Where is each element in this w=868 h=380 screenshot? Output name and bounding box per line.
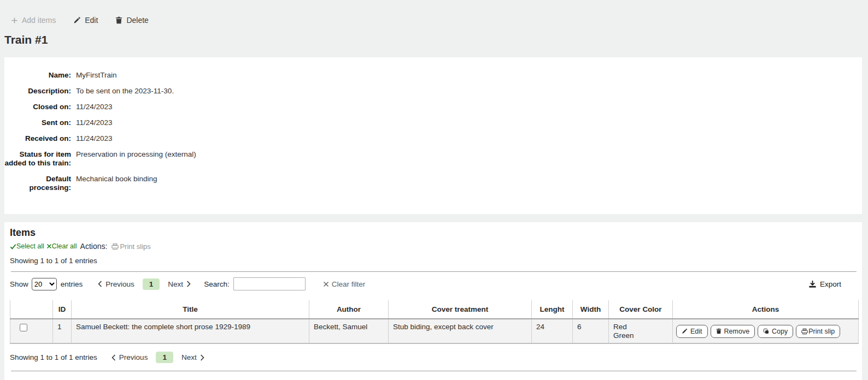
clear-filter-label: Clear filter (332, 280, 366, 288)
select-all-label: Select all (16, 242, 44, 250)
field-label: Received on: (4, 134, 71, 143)
search-input[interactable] (233, 277, 306, 290)
field-value: 11/24/2023 (76, 118, 113, 127)
chevron-left-icon (112, 354, 116, 361)
bottom-pager-row: Showing 1 to 1 of 1 entries Previous 1 N… (10, 352, 858, 363)
field-value: 11/24/2023 (76, 134, 113, 143)
bottom-divider (11, 371, 857, 371)
page-title: Train #1 (4, 33, 868, 46)
showing-entries-bottom: Showing 1 to 1 of 1 entries (10, 353, 97, 361)
actions-label: Actions: (80, 242, 108, 251)
clear-filter-button[interactable]: Clear filter (323, 280, 366, 288)
field-status-for-item: Status for item added to this train: Pre… (4, 150, 862, 168)
cell-title: Samuel Beckett: the complete short prose… (72, 319, 309, 343)
cell-lenght: 24 (532, 319, 573, 343)
show-label: Show (10, 280, 28, 288)
page-number-button[interactable]: 1 (143, 278, 160, 290)
showing-entries-top: Showing 1 to 1 of 1 entries (10, 257, 858, 265)
previous-label: Previous (119, 353, 148, 361)
chevron-right-icon (200, 354, 204, 361)
field-label: Sent on: (4, 118, 71, 127)
print-slip-button[interactable]: Print slip (796, 325, 840, 338)
items-table: ID Title Author Cover treatment Lenght W… (10, 300, 859, 344)
column-header-title[interactable]: Title (72, 300, 309, 319)
x-icon (46, 244, 52, 249)
field-description: Description: To be sent on the 2023-11-3… (4, 87, 862, 96)
previous-page-button[interactable]: Previous (112, 353, 148, 361)
bottom-pager: Previous 1 Next (112, 352, 204, 363)
add-items-label: Add items (22, 16, 56, 25)
remove-item-button[interactable]: Remove (711, 325, 755, 338)
cell-select (10, 319, 53, 343)
column-header-cover-treatment[interactable]: Cover treatment (389, 300, 532, 319)
cell-id: 1 (53, 319, 72, 343)
field-value: Preservation in processing (external) (76, 150, 196, 168)
field-value: To be sent on the 2023-11-30. (76, 87, 174, 96)
printer-icon (112, 243, 119, 250)
next-page-button[interactable]: Next (168, 280, 191, 288)
print-slip-label: Print slip (808, 328, 835, 335)
field-closed-on: Closed on: 11/24/2023 (4, 103, 862, 111)
search-label: Search: (204, 280, 230, 288)
chevron-right-icon (186, 281, 191, 287)
download-icon (808, 280, 817, 288)
field-label: Default processing: (4, 175, 71, 192)
cell-cover-color: Red Green (609, 319, 673, 343)
previous-label: Previous (105, 280, 134, 288)
table-row: 1 Samuel Beckett: the complete short pro… (10, 319, 859, 343)
clear-all-label: Clear all (52, 242, 77, 250)
printer-icon (801, 328, 808, 335)
column-header-author[interactable]: Author (309, 300, 389, 319)
copy-item-label: Copy (772, 328, 788, 335)
trash-icon (716, 328, 722, 334)
column-header-cover-color[interactable]: Cover Color (609, 300, 673, 319)
clear-all-link[interactable]: Clear all (46, 242, 77, 250)
selection-links-row: Select all Clear all Actions: Print slip… (10, 242, 858, 251)
field-default-processing: Default processing: Mechanical book bind… (4, 175, 862, 192)
column-header-actions: Actions (673, 300, 859, 319)
edit-item-label: Edit (690, 328, 702, 335)
pencil-icon (682, 328, 688, 334)
field-received-on: Received on: 11/24/2023 (4, 134, 862, 143)
cover-color-line: Green (613, 331, 668, 340)
edit-item-button[interactable]: Edit (676, 325, 708, 338)
search-wrap: Search: (204, 277, 306, 290)
x-icon (323, 281, 329, 287)
page-number-button[interactable]: 1 (156, 352, 173, 363)
check-icon (10, 244, 16, 250)
cell-cover-treatment: Stub biding, except back cover (389, 319, 532, 343)
cell-width: 6 (573, 319, 609, 343)
select-all-link[interactable]: Select all (10, 242, 44, 250)
page-size-select[interactable]: 20 (32, 278, 57, 290)
previous-page-button[interactable]: Previous (98, 280, 134, 288)
field-value: Mechanical book binding (76, 175, 157, 192)
add-items-button[interactable]: Add items (11, 16, 56, 25)
delete-train-label: Delete (126, 16, 148, 25)
controls-divider (11, 271, 857, 272)
column-header-id[interactable]: ID (53, 300, 72, 319)
field-label: Closed on: (4, 103, 71, 111)
field-value: 11/24/2023 (76, 103, 113, 111)
print-slips-button[interactable]: Print slips (112, 242, 150, 251)
cell-actions: Edit Remove Copy (673, 319, 859, 343)
copy-item-button[interactable]: Copy (758, 325, 793, 338)
delete-train-button[interactable]: Delete (115, 16, 148, 25)
items-panel: Items Select all Clear all Actions: Prin… (4, 222, 862, 380)
field-label: Status for item added to this train: (4, 150, 71, 168)
export-button[interactable]: Export (808, 280, 841, 288)
edit-train-button[interactable]: Edit (73, 16, 98, 25)
column-header-lenght[interactable]: Lenght (532, 300, 573, 319)
next-page-button[interactable]: Next (181, 353, 204, 361)
pencil-icon (73, 16, 81, 24)
cell-author: Beckett, Samuel (309, 319, 389, 343)
edit-train-label: Edit (85, 16, 98, 25)
entries-label: entries (61, 280, 83, 288)
remove-item-label: Remove (724, 328, 750, 335)
items-title: Items (10, 227, 858, 239)
field-sent-on: Sent on: 11/24/2023 (4, 118, 862, 127)
copy-icon (763, 328, 769, 334)
field-label: Description: (4, 87, 71, 96)
top-pager: Previous 1 Next (98, 278, 191, 290)
row-select-checkbox[interactable] (20, 324, 27, 331)
column-header-width[interactable]: Width (573, 300, 609, 319)
